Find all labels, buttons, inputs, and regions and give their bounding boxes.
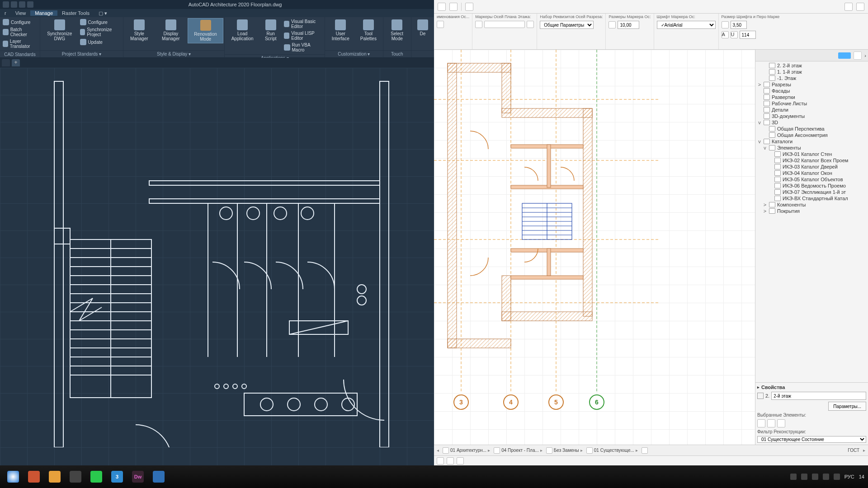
autocad-menubar[interactable]: r View Manage Raster Tools ▢ ▾	[0, 9, 434, 17]
tree-node[interactable]: ИКЭ-02 Каталог Всех Проем	[755, 157, 868, 164]
tree-node[interactable]: >Разрезы	[755, 81, 868, 88]
layer-translator-button[interactable]: Layer Translator	[1, 38, 39, 50]
tool-icon[interactable]	[856, 3, 864, 11]
taskbar-app[interactable]	[149, 468, 168, 485]
expand-icon[interactable]: >	[757, 82, 762, 87]
style-manager-button[interactable]: Style Manager	[124, 18, 154, 42]
tree-node[interactable]: v3D	[755, 119, 868, 126]
pen-input[interactable]	[740, 31, 756, 39]
language-indicator[interactable]: РУС	[844, 474, 854, 479]
user-interface-button[interactable]: User Interface	[326, 18, 355, 42]
nav-icon[interactable]	[854, 52, 862, 60]
qat-icon[interactable]	[3, 1, 9, 8]
qat-icon[interactable]	[19, 1, 25, 8]
icon[interactable]	[437, 21, 444, 28]
quick-options-bar[interactable]: ◂ 01 Архитектурн...▸ 04 Проект - Пла...▸…	[434, 445, 868, 455]
clock[interactable]: 14	[859, 474, 864, 479]
run-script-button[interactable]: Run Script	[259, 18, 282, 42]
synchronize-dwg-button[interactable]: Synchronize DWG	[41, 18, 78, 42]
combo-reno[interactable]: 01 Существующе...▸	[586, 447, 638, 454]
reno-filter-select[interactable]: 01 Существующее Состояние	[757, 436, 866, 443]
grid-icon[interactable]	[757, 419, 765, 427]
tree-node[interactable]: 2. 2-й этаж	[755, 62, 868, 69]
tree-node[interactable]: >Компоненты	[755, 202, 868, 208]
tree-node[interactable]: vЭлементы	[755, 145, 868, 151]
tree-node[interactable]: Детали	[755, 107, 868, 113]
navigator-tree[interactable]: 2. 2-й этаж1. 1-й этаж-1. Этаж>РазрезыФа…	[755, 61, 868, 382]
marker-size-input[interactable]	[618, 21, 639, 29]
drawing-canvas[interactable]	[0, 68, 434, 466]
taskbar-app[interactable]	[45, 468, 64, 485]
marker-style-icon[interactable]	[484, 21, 525, 28]
combo-project[interactable]: 04 Проект - Пла...▸	[494, 447, 542, 454]
taskbar-app[interactable]: 3	[108, 468, 127, 485]
tool-icon[interactable]	[437, 457, 444, 465]
select-mode-button[interactable]: Select Mode	[384, 18, 410, 42]
menu-view[interactable]: View	[11, 10, 31, 16]
taskbar-app[interactable]	[66, 468, 85, 485]
section-params-select[interactable]: Общие Параметры	[540, 21, 594, 29]
load-application-button[interactable]: Load Application	[226, 18, 259, 42]
combo-dim[interactable]	[642, 447, 648, 454]
combo-override[interactable]: Без Замены▸	[546, 447, 583, 454]
tree-node[interactable]: ИКЭ-ВХ Стандартный Катал	[755, 195, 868, 202]
vle-button[interactable]: Visual LISP Editor	[282, 30, 324, 42]
volume-icon[interactable]	[834, 474, 840, 480]
network-icon[interactable]	[823, 474, 829, 480]
tree-node[interactable]: 1. 1-й этаж	[755, 69, 868, 75]
expand-icon[interactable]: >	[763, 208, 767, 214]
expand-icon[interactable]: v	[763, 145, 767, 150]
taskbar-app[interactable]: Dw	[128, 468, 147, 485]
tree-node[interactable]: Развертки	[755, 94, 868, 100]
menu-file[interactable]: r	[0, 10, 11, 16]
system-tray[interactable]: РУС 14	[790, 474, 864, 480]
configure-project-button[interactable]: Configure	[78, 18, 122, 26]
drawing-tab[interactable]	[2, 59, 10, 66]
chevron-right-icon[interactable]: ›	[864, 53, 866, 58]
panel-caption[interactable]: Project Standards ▾	[40, 50, 123, 57]
plan-canvas[interactable]: 3 4 5 6	[434, 50, 755, 445]
vba-button[interactable]: Run VBA Macro	[282, 42, 324, 53]
expand-icon[interactable]: >	[763, 202, 767, 207]
panel-caption[interactable]: Customization ▾	[325, 50, 382, 57]
configure-button[interactable]: Configure	[1, 18, 32, 26]
tray-icon[interactable]	[801, 474, 807, 480]
start-button[interactable]	[4, 468, 23, 485]
tray-chevron-icon[interactable]	[790, 474, 797, 480]
home-icon[interactable]	[767, 419, 775, 427]
tool-icon[interactable]	[447, 457, 454, 465]
properties-header[interactable]: Свойства	[757, 385, 866, 390]
tree-node[interactable]: ИКЭ-01 Каталог Стен	[755, 151, 868, 157]
taskbar-app[interactable]	[87, 468, 106, 485]
tree-node[interactable]: Фасады	[755, 88, 868, 94]
batch-checker-button[interactable]: Batch Checker	[1, 26, 39, 38]
tree-node[interactable]: 3D-документы	[755, 113, 868, 119]
windows-taskbar[interactable]: 3 Dw РУС 14	[0, 465, 868, 488]
taskbar-app[interactable]	[24, 468, 43, 485]
box-icon[interactable]	[777, 419, 785, 427]
menu-raster-tools[interactable]: Raster Tools	[57, 10, 94, 16]
clipped-button[interactable]: De	[412, 18, 433, 38]
tree-node[interactable]: ИКЭ-04 Каталог Окон	[755, 170, 868, 176]
panel-caption[interactable]: Style & Display ▾	[123, 50, 224, 57]
chevron-left-icon[interactable]: ◂	[437, 448, 439, 453]
tool-icon[interactable]	[844, 3, 853, 11]
renovation-mode-button[interactable]: Renovation Mode	[188, 18, 223, 43]
top-toolbar[interactable]	[434, 0, 868, 14]
tree-node[interactable]: Общая Аксонометрия	[755, 132, 868, 138]
chevron-right-icon[interactable]: ▸	[863, 448, 865, 453]
tree-node[interactable]: ИКЭ-05 Каталог Объектов	[755, 176, 868, 183]
expand-icon[interactable]: v	[757, 139, 762, 144]
qat-icon[interactable]	[11, 1, 17, 8]
update-button[interactable]: Update	[78, 38, 122, 46]
tree-node[interactable]: ИКЭ-03 Каталог Дверей	[755, 164, 868, 170]
checkbox-icon[interactable]	[527, 21, 534, 28]
tree-node[interactable]: -1. Этаж	[755, 75, 868, 81]
vbe-button[interactable]: Visual Basic Editor	[282, 18, 324, 30]
home-icon[interactable]	[438, 3, 446, 11]
tree-node[interactable]: Общая Перспектива	[755, 126, 868, 132]
new-tab-button[interactable]: +	[12, 59, 20, 66]
qat-icon[interactable]	[27, 1, 33, 8]
combo-architecture[interactable]: 01 Архитектурн...▸	[443, 447, 490, 454]
tool-icon[interactable]	[457, 457, 464, 465]
